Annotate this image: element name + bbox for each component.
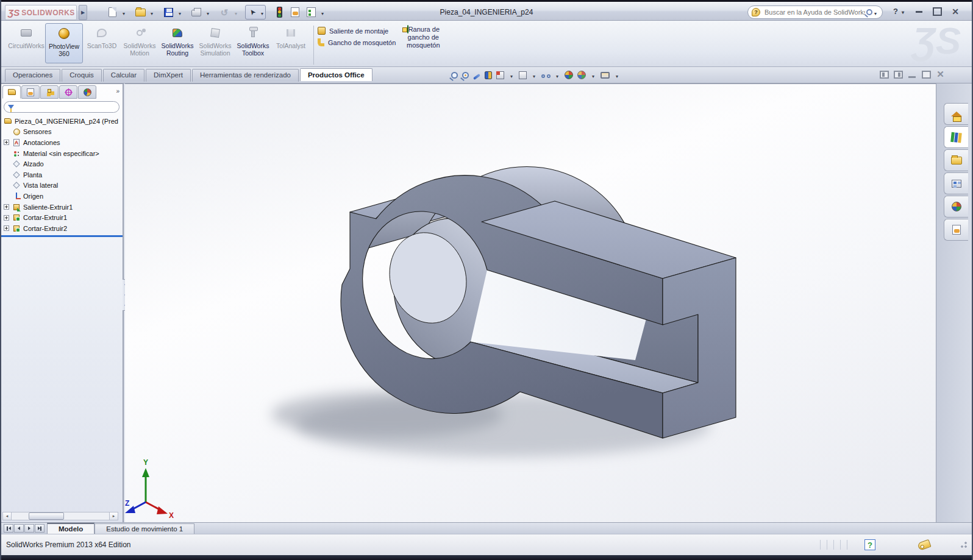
print-button[interactable] [189, 5, 204, 19]
tab-property-manager[interactable] [21, 85, 40, 99]
tab-dimxpert-manager[interactable] [59, 85, 77, 99]
tab-modelo[interactable]: Modelo [47, 523, 94, 534]
view-settings-caret[interactable] [614, 69, 620, 80]
tab-herramientas-renderizado[interactable]: Herramientas de renderizado [192, 69, 299, 82]
new-document-caret[interactable] [121, 7, 127, 18]
command-saliente-de-montaje[interactable]: Saliente de montaje [318, 27, 396, 35]
tab-view-palette[interactable] [944, 172, 968, 194]
tab-solidworks-resources[interactable] [944, 103, 968, 125]
undo-caret[interactable] [233, 7, 239, 18]
first-tab-button[interactable] [4, 524, 13, 533]
tree-item-planta[interactable]: Planta [1, 169, 123, 180]
command-gancho-de-mosqueton[interactable]: Gancho de mosquetón [318, 38, 396, 46]
expand-box[interactable] [4, 204, 9, 210]
zoom-to-fit-icon[interactable] [451, 72, 458, 79]
tree-item-alzado[interactable]: Alzado [1, 158, 123, 169]
graphics-viewport[interactable]: Y X Z [125, 83, 938, 524]
tab-custom-properties[interactable] [944, 219, 968, 241]
next-tab-button[interactable] [24, 524, 34, 533]
tab-design-library[interactable] [944, 126, 968, 148]
help-caret[interactable] [900, 7, 906, 16]
doc-minimize-button[interactable] [908, 71, 917, 79]
tab-croquis[interactable]: Croquis [62, 69, 102, 82]
tree-item-cortar-extruir1[interactable]: Cortar-Extruir1 [1, 212, 123, 223]
tree-item-origen[interactable]: Origen [1, 191, 123, 202]
file-properties-button[interactable] [288, 5, 302, 19]
tab-featuremanager-tree[interactable] [2, 85, 21, 99]
addin-solidworks-simulation[interactable]: SolidWorks Simulation [196, 23, 234, 63]
close-button[interactable]: ✕ [949, 7, 962, 16]
pane-right-icon[interactable] [894, 71, 903, 79]
tab-file-explorer[interactable] [944, 149, 968, 171]
view-orientation-icon[interactable] [496, 71, 504, 79]
tab-configuration-manager[interactable] [40, 85, 59, 99]
tree-filter-box[interactable] [4, 101, 119, 113]
menu-expand-arrow[interactable]: ▶ [79, 5, 87, 20]
last-tab-button[interactable] [35, 524, 45, 533]
open-caret[interactable] [149, 7, 155, 18]
addin-solidworks-toolbox[interactable]: SolidWorks Toolbox [234, 23, 272, 63]
scroll-left-arrow[interactable]: ◂ [3, 512, 12, 520]
tab-operaciones[interactable]: Operaciones [5, 69, 60, 82]
pane-left-icon[interactable] [880, 71, 889, 79]
search-caret[interactable] [872, 7, 879, 18]
select-caret[interactable] [259, 7, 265, 18]
tab-dimxpert[interactable]: DimXpert [146, 69, 191, 82]
scrollbar-thumb[interactable] [29, 512, 64, 520]
help-search-box[interactable]: ? [747, 5, 883, 19]
tree-item-cortar-extruir2[interactable]: Cortar-Extruir2 [1, 223, 123, 234]
section-view-icon[interactable] [485, 71, 492, 79]
doc-restore-button[interactable] [922, 71, 931, 79]
tree-item-vista-lateral[interactable]: Vista lateral [1, 180, 123, 191]
zoom-to-area-icon[interactable] [462, 72, 469, 79]
addin-solidworks-routing[interactable]: SolidWorks Routing [159, 23, 196, 63]
prev-tab-button[interactable] [14, 524, 24, 533]
display-style-icon[interactable] [519, 71, 527, 79]
rebuild-button[interactable] [272, 5, 287, 19]
view-orientation-caret[interactable] [508, 69, 515, 80]
restore-button[interactable] [930, 7, 944, 16]
undo-button[interactable]: ↺ [217, 5, 232, 19]
tab-productos-office[interactable]: Productos Office [300, 68, 372, 81]
tab-appearances-scenes[interactable] [944, 196, 968, 218]
tag-icon[interactable] [917, 539, 931, 550]
command-ranura-de-gancho[interactable]: Ranura de gancho de mosquetón [402, 23, 444, 50]
apply-scene-icon[interactable] [577, 71, 586, 79]
more-tabs-chevron[interactable]: » [113, 85, 122, 99]
hide-show-caret[interactable] [554, 69, 560, 80]
doc-close-button[interactable]: ✕ [936, 71, 945, 79]
tab-calcular[interactable]: Calcular [103, 69, 144, 82]
tree-horizontal-scrollbar[interactable]: ◂ ▸ [2, 512, 118, 520]
tab-display-manager[interactable] [78, 85, 96, 99]
expand-box[interactable] [4, 225, 9, 231]
minimize-button[interactable] [912, 7, 925, 16]
open-button[interactable] [133, 5, 148, 19]
edit-appearance-icon[interactable] [565, 71, 573, 79]
view-settings-icon[interactable] [601, 72, 610, 79]
addin-photoview-360[interactable]: PhotoView 360 [45, 23, 83, 63]
resize-grip[interactable] [961, 542, 967, 548]
tree-root-part[interactable]: Pieza_04_INGENIERIA_p24 (Pred [1, 116, 123, 127]
new-document-button[interactable] [105, 5, 119, 19]
scroll-right-arrow[interactable]: ▸ [109, 512, 118, 520]
apply-scene-caret[interactable] [590, 69, 596, 80]
save-button[interactable] [161, 5, 176, 19]
tree-item-sensores[interactable]: Sensores [1, 127, 123, 138]
options-button[interactable] [304, 5, 318, 19]
help-button[interactable]: ? [893, 7, 906, 16]
print-caret[interactable] [205, 7, 211, 18]
search-input[interactable] [763, 8, 866, 16]
options-caret[interactable] [319, 7, 326, 18]
save-caret[interactable] [177, 7, 183, 18]
quick-tips-icon[interactable]: ? [864, 539, 875, 550]
search-magnifier-icon[interactable] [866, 9, 872, 15]
tree-item-saliente-extruir1[interactable]: Saliente-Extruir1 [1, 202, 123, 213]
select-tool-button[interactable]: ➤ [245, 5, 266, 19]
addin-tolanalyst[interactable]: TolAnalyst [272, 23, 310, 63]
expand-box[interactable] [4, 215, 9, 221]
tab-estudio-movimiento[interactable]: Estudio de movimiento 1 [94, 523, 194, 534]
hide-show-items-icon[interactable] [541, 74, 545, 78]
addin-circuitworks[interactable]: CircuitWorks [7, 23, 45, 63]
tree-item-anotaciones[interactable]: A Anotaciones [1, 137, 123, 148]
addin-solidworks-motion[interactable]: SolidWorks Motion [121, 23, 159, 63]
